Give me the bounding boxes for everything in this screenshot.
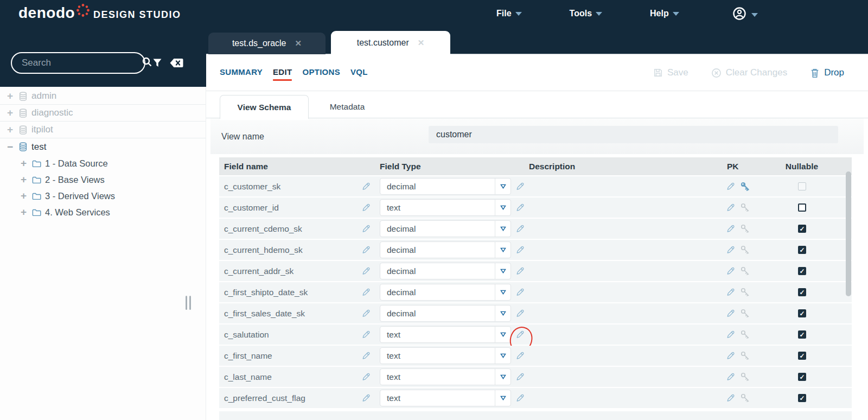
chevron-down-icon[interactable] bbox=[495, 390, 510, 406]
field-type-select[interactable]: text bbox=[380, 368, 511, 385]
tab-label[interactable]: test.ds_oracle bbox=[232, 39, 286, 48]
menu-label[interactable]: File bbox=[496, 9, 512, 18]
chevron-down-icon[interactable] bbox=[495, 263, 510, 279]
primary-key-icon[interactable] bbox=[740, 287, 750, 297]
edit-pk-icon[interactable] bbox=[726, 245, 735, 254]
drop-button[interactable]: Drop bbox=[810, 67, 844, 78]
tree-expander-icon[interactable]: + bbox=[21, 191, 31, 201]
tree-item-label[interactable]: test bbox=[31, 142, 46, 152]
tree-item-label[interactable]: itpilot bbox=[31, 124, 53, 135]
tree-item-test[interactable]: − test bbox=[0, 138, 206, 155]
chevron-down-icon[interactable] bbox=[495, 306, 510, 321]
primary-key-icon[interactable] bbox=[740, 245, 750, 255]
edit-field-name-icon[interactable] bbox=[361, 372, 371, 381]
tree-expander-icon[interactable]: − bbox=[7, 142, 18, 152]
edit-field-name-icon[interactable] bbox=[361, 309, 371, 318]
tab-test-ds-oracle[interactable]: test.ds_oracle ✕ bbox=[208, 33, 326, 54]
field-type-select[interactable]: text bbox=[380, 390, 511, 406]
edit-description-icon[interactable] bbox=[515, 330, 525, 339]
chevron-down-icon[interactable] bbox=[495, 179, 510, 194]
close-tab-icon[interactable]: ✕ bbox=[418, 38, 425, 48]
edit-field-name-icon[interactable] bbox=[361, 351, 371, 360]
field-type-select[interactable]: decimal bbox=[380, 284, 511, 301]
filter-icon[interactable] bbox=[152, 58, 163, 68]
nullable-checkbox[interactable] bbox=[798, 267, 806, 275]
edit-field-name-icon[interactable] bbox=[361, 266, 371, 276]
subnav-edit[interactable]: EDIT bbox=[273, 67, 292, 77]
primary-key-icon[interactable] bbox=[740, 329, 750, 340]
edit-description-icon[interactable] bbox=[515, 309, 525, 318]
tree-expander-icon[interactable]: + bbox=[21, 175, 31, 184]
chevron-down-icon[interactable] bbox=[495, 369, 510, 385]
tree-expander-icon[interactable]: + bbox=[7, 91, 18, 101]
chevron-down-icon[interactable] bbox=[495, 200, 510, 215]
field-type-select[interactable]: text bbox=[380, 326, 511, 343]
close-tab-icon[interactable]: ✕ bbox=[295, 39, 302, 48]
clear-search-icon[interactable] bbox=[169, 58, 184, 68]
tree-child-4. Web Services[interactable]: + 4. Web Services bbox=[0, 204, 206, 220]
primary-key-icon[interactable] bbox=[740, 202, 750, 213]
edit-pk-icon[interactable] bbox=[726, 351, 735, 360]
primary-key-icon[interactable] bbox=[740, 224, 750, 234]
tree-item-label[interactable]: admin bbox=[31, 91, 56, 101]
tree-expander-icon[interactable]: + bbox=[21, 158, 31, 168]
search-box[interactable] bbox=[11, 52, 145, 74]
edit-description-icon[interactable] bbox=[515, 245, 525, 254]
edit-pk-icon[interactable] bbox=[726, 182, 735, 191]
nullable-checkbox[interactable] bbox=[798, 182, 806, 190]
subnav-options[interactable]: OPTIONS bbox=[302, 67, 340, 77]
clear-changes-button[interactable]: Clear Changes bbox=[711, 67, 787, 78]
tree-item-admin[interactable]: + admin bbox=[0, 88, 206, 105]
primary-key-icon[interactable] bbox=[740, 372, 750, 382]
edit-pk-icon[interactable] bbox=[726, 266, 735, 276]
tree-expander-icon[interactable]: + bbox=[7, 125, 18, 135]
subnav-vql[interactable]: VQL bbox=[350, 67, 368, 77]
edit-pk-icon[interactable] bbox=[726, 203, 735, 212]
tree-child-label[interactable]: 3 - Derived Views bbox=[45, 191, 115, 201]
nullable-checkbox[interactable] bbox=[798, 352, 806, 360]
field-type-select[interactable]: text bbox=[380, 199, 511, 216]
field-type-select[interactable]: decimal bbox=[380, 178, 511, 195]
edit-description-icon[interactable] bbox=[515, 351, 525, 360]
tree-expander-icon[interactable]: + bbox=[7, 108, 18, 118]
chevron-down-icon[interactable] bbox=[495, 327, 510, 342]
chevron-down-icon[interactable] bbox=[495, 348, 510, 364]
nullable-checkbox[interactable] bbox=[798, 373, 806, 381]
tree-child-label[interactable]: 2 - Base Views bbox=[45, 175, 105, 185]
search-icon[interactable] bbox=[142, 56, 152, 69]
primary-key-icon[interactable] bbox=[740, 393, 750, 403]
primary-key-icon[interactable] bbox=[740, 181, 750, 192]
edit-pk-icon[interactable] bbox=[726, 288, 735, 297]
tree-child-3 - Derived Views[interactable]: + 3 - Derived Views bbox=[0, 188, 206, 204]
top-menu-tools[interactable]: Tools bbox=[570, 9, 602, 18]
nullable-checkbox[interactable] bbox=[798, 246, 806, 254]
sidebar-resize-handle[interactable] bbox=[186, 296, 191, 310]
field-type-select[interactable]: text bbox=[380, 347, 511, 364]
tree-expander-icon[interactable]: + bbox=[21, 207, 31, 217]
edit-field-name-icon[interactable] bbox=[361, 393, 371, 403]
tree-child-label[interactable]: 1 - Data Source bbox=[45, 158, 108, 169]
tab-test-customer[interactable]: test.customer ✕ bbox=[331, 31, 450, 55]
edit-pk-icon[interactable] bbox=[726, 309, 735, 318]
menu-label[interactable]: Tools bbox=[570, 9, 592, 18]
tree-item-itpilot[interactable]: + itpilot bbox=[0, 122, 206, 138]
edit-description-icon[interactable] bbox=[515, 288, 525, 297]
user-menu[interactable] bbox=[731, 5, 758, 24]
nullable-checkbox[interactable] bbox=[798, 203, 806, 212]
chevron-down-icon[interactable] bbox=[495, 221, 510, 237]
search-input[interactable] bbox=[22, 58, 142, 68]
menu-label[interactable]: Help bbox=[650, 9, 669, 18]
edit-field-name-icon[interactable] bbox=[361, 288, 371, 297]
primary-key-icon[interactable] bbox=[740, 308, 750, 319]
tree-item-diagnostic[interactable]: + diagnostic bbox=[0, 105, 206, 122]
nullable-checkbox[interactable] bbox=[798, 330, 806, 339]
primary-key-icon[interactable] bbox=[740, 266, 750, 276]
edit-field-name-icon[interactable] bbox=[361, 224, 371, 233]
vertical-scrollbar[interactable] bbox=[846, 171, 851, 296]
edit-description-icon[interactable] bbox=[515, 203, 525, 212]
edit-field-name-icon[interactable] bbox=[361, 245, 371, 254]
edit-field-name-icon[interactable] bbox=[361, 182, 371, 191]
edit-description-icon[interactable] bbox=[515, 393, 525, 403]
tree-child-2 - Base Views[interactable]: + 2 - Base Views bbox=[0, 171, 206, 188]
edit-description-icon[interactable] bbox=[515, 266, 525, 276]
